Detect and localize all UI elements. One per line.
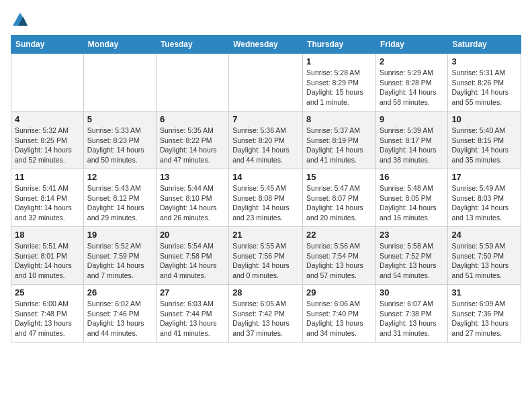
- day-number: 11: [15, 172, 80, 182]
- day-info: Sunrise: 5:31 AM Sunset: 8:26 PM Dayligh…: [451, 68, 517, 107]
- day-info: Sunrise: 5:36 AM Sunset: 8:20 PM Dayligh…: [232, 126, 299, 165]
- day-number: 20: [160, 230, 225, 240]
- page-header: [11, 11, 521, 30]
- day-info: Sunrise: 5:52 AM Sunset: 7:59 PM Dayligh…: [87, 241, 152, 281]
- week-row-4: 18Sunrise: 5:51 AM Sunset: 8:01 PM Dayli…: [11, 227, 521, 285]
- header-day-thursday: Thursday: [303, 36, 376, 54]
- calendar-cell: 6Sunrise: 5:35 AM Sunset: 8:22 PM Daylig…: [156, 111, 228, 169]
- day-info: Sunrise: 5:54 AM Sunset: 7:58 PM Dayligh…: [160, 241, 225, 281]
- calendar-cell: 8Sunrise: 5:37 AM Sunset: 8:19 PM Daylig…: [303, 111, 376, 169]
- week-row-5: 25Sunrise: 6:00 AM Sunset: 7:48 PM Dayli…: [11, 285, 521, 342]
- week-row-2: 4Sunrise: 5:32 AM Sunset: 8:25 PM Daylig…: [11, 111, 521, 169]
- calendar-cell: [156, 54, 228, 111]
- day-number: 16: [380, 172, 444, 182]
- day-info: Sunrise: 6:03 AM Sunset: 7:44 PM Dayligh…: [160, 299, 225, 338]
- day-info: Sunrise: 5:41 AM Sunset: 8:14 PM Dayligh…: [15, 183, 80, 223]
- calendar-body: 1Sunrise: 5:28 AM Sunset: 8:29 PM Daylig…: [11, 54, 521, 342]
- day-info: Sunrise: 6:09 AM Sunset: 7:36 PM Dayligh…: [451, 299, 517, 338]
- day-number: 6: [160, 114, 225, 124]
- day-info: Sunrise: 5:32 AM Sunset: 8:25 PM Dayligh…: [15, 126, 80, 165]
- day-number: 24: [451, 230, 517, 240]
- calendar-cell: 3Sunrise: 5:31 AM Sunset: 8:26 PM Daylig…: [448, 54, 521, 111]
- calendar-cell: 29Sunrise: 6:06 AM Sunset: 7:40 PM Dayli…: [303, 285, 376, 342]
- day-number: 8: [306, 114, 372, 124]
- calendar-cell: 18Sunrise: 5:51 AM Sunset: 8:01 PM Dayli…: [11, 227, 84, 285]
- day-number: 14: [232, 172, 299, 182]
- logo: [11, 11, 32, 30]
- day-info: Sunrise: 5:40 AM Sunset: 8:15 PM Dayligh…: [451, 126, 517, 165]
- calendar-cell: 9Sunrise: 5:39 AM Sunset: 8:17 PM Daylig…: [375, 111, 447, 169]
- day-number: 9: [380, 114, 444, 124]
- calendar-cell: [11, 54, 84, 111]
- calendar-cell: [83, 54, 156, 111]
- week-row-3: 11Sunrise: 5:41 AM Sunset: 8:14 PM Dayli…: [11, 169, 521, 227]
- calendar-cell: 21Sunrise: 5:55 AM Sunset: 7:56 PM Dayli…: [229, 227, 303, 285]
- day-number: 17: [451, 172, 517, 182]
- day-info: Sunrise: 6:00 AM Sunset: 7:48 PM Dayligh…: [15, 299, 80, 338]
- calendar-cell: 26Sunrise: 6:02 AM Sunset: 7:46 PM Dayli…: [83, 285, 156, 342]
- day-number: 1: [306, 56, 372, 66]
- calendar-cell: 7Sunrise: 5:36 AM Sunset: 8:20 PM Daylig…: [229, 111, 303, 169]
- calendar-cell: [229, 54, 303, 111]
- header-row: SundayMondayTuesdayWednesdayThursdayFrid…: [11, 36, 521, 54]
- day-info: Sunrise: 5:39 AM Sunset: 8:17 PM Dayligh…: [380, 126, 444, 165]
- calendar-cell: 28Sunrise: 6:05 AM Sunset: 7:42 PM Dayli…: [229, 285, 303, 342]
- day-number: 23: [380, 230, 444, 240]
- header-day-wednesday: Wednesday: [229, 36, 303, 54]
- calendar-cell: 10Sunrise: 5:40 AM Sunset: 8:15 PM Dayli…: [448, 111, 521, 169]
- day-number: 10: [451, 114, 517, 124]
- calendar-cell: 11Sunrise: 5:41 AM Sunset: 8:14 PM Dayli…: [11, 169, 84, 227]
- day-info: Sunrise: 5:59 AM Sunset: 7:50 PM Dayligh…: [451, 241, 517, 281]
- calendar-cell: 22Sunrise: 5:56 AM Sunset: 7:54 PM Dayli…: [303, 227, 376, 285]
- calendar-cell: 27Sunrise: 6:03 AM Sunset: 7:44 PM Dayli…: [156, 285, 228, 342]
- calendar-cell: 25Sunrise: 6:00 AM Sunset: 7:48 PM Dayli…: [11, 285, 84, 342]
- day-number: 12: [87, 172, 152, 182]
- day-number: 15: [306, 172, 372, 182]
- header-day-saturday: Saturday: [448, 36, 521, 54]
- calendar-cell: 12Sunrise: 5:43 AM Sunset: 8:12 PM Dayli…: [83, 169, 156, 227]
- calendar-cell: 15Sunrise: 5:47 AM Sunset: 8:07 PM Dayli…: [303, 169, 376, 227]
- calendar-cell: 1Sunrise: 5:28 AM Sunset: 8:29 PM Daylig…: [303, 54, 376, 111]
- calendar-table: SundayMondayTuesdayWednesdayThursdayFrid…: [11, 35, 521, 342]
- calendar-cell: 16Sunrise: 5:48 AM Sunset: 8:05 PM Dayli…: [375, 169, 447, 227]
- calendar-cell: 19Sunrise: 5:52 AM Sunset: 7:59 PM Dayli…: [83, 227, 156, 285]
- header-day-friday: Friday: [375, 36, 447, 54]
- calendar-cell: 23Sunrise: 5:58 AM Sunset: 7:52 PM Dayli…: [375, 227, 447, 285]
- day-number: 18: [15, 230, 80, 240]
- day-number: 30: [380, 287, 444, 298]
- day-info: Sunrise: 5:51 AM Sunset: 8:01 PM Dayligh…: [15, 241, 80, 281]
- calendar-cell: 5Sunrise: 5:33 AM Sunset: 8:23 PM Daylig…: [83, 111, 156, 169]
- day-info: Sunrise: 6:06 AM Sunset: 7:40 PM Dayligh…: [306, 299, 372, 338]
- calendar-cell: 31Sunrise: 6:09 AM Sunset: 7:36 PM Dayli…: [448, 285, 521, 342]
- day-info: Sunrise: 5:44 AM Sunset: 8:10 PM Dayligh…: [160, 183, 225, 223]
- day-info: Sunrise: 5:56 AM Sunset: 7:54 PM Dayligh…: [306, 241, 372, 281]
- calendar-cell: 13Sunrise: 5:44 AM Sunset: 8:10 PM Dayli…: [156, 169, 228, 227]
- day-info: Sunrise: 5:29 AM Sunset: 8:28 PM Dayligh…: [380, 68, 444, 107]
- day-info: Sunrise: 6:07 AM Sunset: 7:38 PM Dayligh…: [380, 299, 444, 338]
- day-info: Sunrise: 5:45 AM Sunset: 8:08 PM Dayligh…: [232, 183, 299, 223]
- day-info: Sunrise: 5:49 AM Sunset: 8:03 PM Dayligh…: [451, 183, 517, 223]
- day-info: Sunrise: 5:58 AM Sunset: 7:52 PM Dayligh…: [380, 241, 444, 281]
- day-number: 4: [15, 114, 80, 124]
- day-info: Sunrise: 5:33 AM Sunset: 8:23 PM Dayligh…: [87, 126, 152, 165]
- day-info: Sunrise: 6:02 AM Sunset: 7:46 PM Dayligh…: [87, 299, 152, 338]
- week-row-1: 1Sunrise: 5:28 AM Sunset: 8:29 PM Daylig…: [11, 54, 521, 111]
- day-number: 2: [380, 56, 444, 66]
- header-day-tuesday: Tuesday: [156, 36, 228, 54]
- day-number: 19: [87, 230, 152, 240]
- day-number: 28: [232, 287, 299, 298]
- logo-icon: [11, 11, 30, 30]
- day-number: 26: [87, 287, 152, 298]
- day-number: 3: [451, 56, 517, 66]
- calendar-cell: 24Sunrise: 5:59 AM Sunset: 7:50 PM Dayli…: [448, 227, 521, 285]
- header-day-sunday: Sunday: [11, 36, 84, 54]
- calendar-cell: 2Sunrise: 5:29 AM Sunset: 8:28 PM Daylig…: [375, 54, 447, 111]
- day-number: 13: [160, 172, 225, 182]
- day-number: 29: [306, 287, 372, 298]
- day-info: Sunrise: 5:35 AM Sunset: 8:22 PM Dayligh…: [160, 126, 225, 165]
- calendar-cell: 30Sunrise: 6:07 AM Sunset: 7:38 PM Dayli…: [375, 285, 447, 342]
- day-number: 7: [232, 114, 299, 124]
- day-info: Sunrise: 5:37 AM Sunset: 8:19 PM Dayligh…: [306, 126, 372, 165]
- day-number: 5: [87, 114, 152, 124]
- day-number: 25: [15, 287, 80, 298]
